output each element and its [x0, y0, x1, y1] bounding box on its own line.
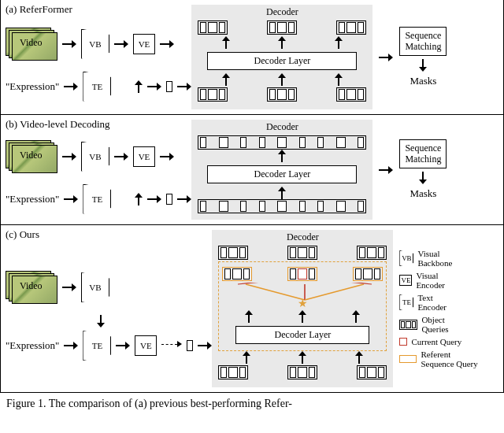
arrow-icon	[198, 342, 212, 350]
arrow-up-icon	[245, 310, 253, 323]
expression-text: "Expression"	[6, 339, 59, 352]
arrow-down-icon	[419, 172, 427, 184]
expression-text: "Expression"	[6, 80, 59, 93]
star-icon: ★	[298, 298, 308, 309]
sequence-matching-box: Sequence Matching	[399, 139, 447, 169]
arrow-up-icon	[278, 36, 286, 49]
legend: VBVisual Backbone VEVisual Encoder TETex…	[393, 249, 480, 368]
arrow-up-icon	[278, 73, 286, 86]
arrow-up-icon	[335, 36, 343, 49]
arrow-icon	[160, 40, 174, 48]
vb-block: VB	[81, 29, 109, 59]
expression-text: "Expression"	[6, 193, 59, 205]
object-queries	[336, 20, 366, 35]
object-queries	[357, 365, 387, 379]
arrow-icon	[62, 283, 76, 291]
arrow-icon	[147, 83, 161, 91]
arrow-icon	[177, 195, 191, 203]
decoder-box-a: Decoder Decoder Layer	[191, 5, 372, 109]
arrow-up-icon	[135, 193, 143, 205]
arrow-icon	[147, 195, 161, 203]
object-queries	[198, 87, 228, 102]
referent-sequence-query	[222, 267, 252, 281]
ve-block: VE	[133, 34, 155, 54]
arrow-icon	[160, 153, 174, 161]
object-queries	[357, 246, 387, 260]
video-thumbs: Video	[6, 140, 57, 173]
object-queries	[218, 246, 248, 260]
video-label: Video	[20, 150, 43, 161]
object-queries	[267, 87, 297, 102]
arrow-up-icon	[243, 351, 250, 364]
legend-ve-icon: VE	[399, 275, 412, 286]
arrow-icon	[177, 83, 191, 91]
arrow-icon	[114, 153, 128, 161]
arrow-icon	[379, 54, 393, 61]
figure-caption: Figure 1. The comparison of (a) previous…	[0, 393, 504, 410]
ve-block: VE	[133, 146, 155, 167]
decoder-box-b: Decoder Decoder Layer	[191, 120, 372, 220]
legend-referent-text: Referent Sequence Query	[421, 350, 477, 368]
referent-sequence-query	[287, 267, 317, 281]
current-query	[298, 268, 307, 279]
legend-vb-icon: VB	[399, 250, 413, 266]
legend-current-query-icon	[399, 338, 407, 346]
arrow-up-icon	[222, 73, 230, 86]
object-queries-long	[198, 135, 366, 150]
arrow-icon	[64, 195, 78, 203]
decoder-layer: Decoder Layer	[207, 52, 357, 70]
video-label: Video	[20, 280, 43, 292]
arrow-icon	[379, 166, 393, 174]
decoder-title: Decoder	[287, 231, 319, 243]
masks-label: Masks	[410, 75, 436, 87]
legend-referent-icon	[399, 355, 417, 363]
panel-a-label: (a) ReferFormer	[6, 3, 72, 16]
arrow-up-icon	[298, 351, 306, 364]
panel-b: (b) Video-level Decoding Video VB VE "Ex…	[0, 115, 504, 225]
arrow-up-icon	[135, 80, 143, 93]
te-block: TE	[83, 184, 111, 214]
decoder-title: Decoder	[266, 6, 298, 18]
object-queries	[287, 246, 317, 260]
arrow-up-icon	[222, 36, 230, 49]
masks-label: Masks	[410, 187, 436, 200]
arrow-icon	[114, 40, 128, 48]
text-token	[187, 340, 193, 351]
arrow-icon	[62, 153, 76, 161]
ve-block: VE	[135, 335, 157, 356]
video-label: Video	[20, 37, 43, 49]
arrow-icon	[62, 40, 76, 48]
arrow-up-icon	[352, 310, 360, 323]
object-queries-long	[198, 199, 366, 213]
arrow-up-icon	[335, 73, 343, 86]
vb-block: VB	[81, 272, 109, 302]
object-queries	[218, 365, 248, 379]
text-token	[166, 194, 172, 205]
decoder-box-c: Decoder ★ Deco	[212, 230, 393, 387]
arrow-up-icon	[278, 150, 286, 162]
legend-te-icon: TE	[399, 294, 413, 310]
arrow-down-icon	[97, 315, 105, 328]
panel-c: (c) Ours Masks Video VB "Expression" TE	[0, 225, 504, 393]
object-queries	[287, 365, 317, 379]
legend-te-text: Text Encoder	[417, 293, 447, 312]
ours-dashed-region: ★ Decoder Layer	[218, 261, 387, 351]
decoder-title: Decoder	[266, 121, 298, 133]
decoder-layer: Decoder Layer	[235, 326, 369, 344]
panel-a: (a) ReferFormer Video VB VE "Expression"…	[0, 0, 504, 115]
legend-ve-text: Visual Encoder	[416, 271, 445, 290]
sequence-matching-box: Sequence Matching	[399, 27, 447, 57]
arrow-up-icon	[278, 187, 286, 199]
legend-queries-icon	[399, 320, 417, 330]
arrow-down-icon	[419, 59, 427, 72]
object-queries	[336, 87, 366, 102]
video-thumbs: Video	[6, 271, 57, 304]
vb-block: VB	[81, 142, 109, 172]
arrow-icon	[116, 342, 130, 350]
legend-vb-text: Visual Backbone	[417, 249, 452, 268]
referent-sequence-query	[353, 267, 383, 281]
te-block: TE	[83, 72, 111, 102]
legend-current-query-text: Current Query	[411, 337, 461, 346]
text-token	[166, 81, 172, 92]
object-queries	[267, 20, 297, 35]
